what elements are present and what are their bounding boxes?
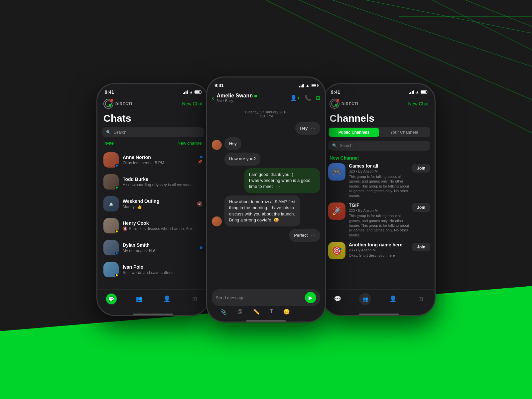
nav-groups-left[interactable]: 👥 — [133, 293, 145, 305]
home-indicator-left — [133, 314, 173, 315]
channel-item-long[interactable]: 🎯 Another long name here 23 • By Anson M… — [328, 242, 430, 259]
chat-item-ivan[interactable]: Ivan Polo Split words and save critters — [97, 259, 208, 281]
channel-info-games: Games for all 323 • By Anson M This grou… — [349, 163, 409, 198]
status-dot-anne — [115, 164, 118, 167]
app-title-left: DIRECTI — [115, 102, 132, 106]
send-button[interactable]: ▶ — [305, 292, 316, 303]
channel-info-tgif: TGIF 223 • By Anson M This group is for … — [349, 202, 409, 237]
msg-hey-in: Hey — [212, 137, 320, 150]
bottom-nav-right: 💬 👥 👤 ⊞ — [324, 289, 435, 312]
new-channel-label[interactable]: New Channel — [324, 154, 435, 163]
channel-desc-long: Okay. Short description here — [349, 253, 409, 258]
text-icon[interactable]: T — [270, 309, 273, 315]
svg-line-1 — [332, 0, 532, 66]
channel-name-games: Games for all — [349, 163, 409, 169]
search-bar-left[interactable]: 🔍 Search — [102, 127, 204, 137]
channel-avatar-games: 🎮 — [328, 163, 345, 181]
new-chat-button-right[interactable]: New Chat — [408, 101, 429, 106]
channel-item-tgif[interactable]: 🚀 TGIF 223 • By Anson M This group is fo… — [328, 202, 430, 237]
chats-title: Chats — [97, 111, 208, 127]
search-icon-right: 🔍 — [332, 143, 337, 148]
tick-iamgood: ✓✓ — [275, 185, 281, 189]
time-left: 9:41 — [105, 89, 114, 95]
search-bar-right[interactable]: 🔍 Search — [328, 141, 430, 151]
join-button-games[interactable]: Join — [412, 164, 430, 173]
signal-right — [409, 90, 414, 94]
nav-groups-right[interactable]: 👥 — [359, 293, 371, 305]
app-bar-right: DIRECTI New Chat — [324, 97, 435, 111]
grid-icon[interactable]: ⊞ — [316, 95, 320, 101]
channels-title: Channels — [324, 111, 435, 127]
chat-preview-todd: A snowboarding odyssey is all we want. — [123, 183, 202, 187]
chat-list: Anne Norton Okay lets meet at 5 PM 📌 — [97, 149, 208, 289]
input-bar[interactable]: Send message ▶ — [212, 289, 320, 306]
chat-item-todd[interactable]: Todd Burke A snowboarding odyssey is all… — [97, 171, 208, 193]
nav-grid-right[interactable]: ⊞ — [415, 293, 427, 305]
chat-preview-anne: Okay lets meet at 5 PM — [123, 161, 194, 165]
contact-name: Amelie Swann — [217, 93, 288, 99]
list-actions: Invite New channel — [97, 141, 208, 149]
emoji-icon[interactable]: 😊 — [283, 309, 290, 315]
back-button[interactable]: ‹ — [212, 94, 214, 102]
battery-right — [421, 90, 427, 94]
input-placeholder: Send message — [216, 295, 302, 300]
msg-bubble-howareyou: How are you? — [224, 153, 260, 165]
chat-item-anne[interactable]: Anne Norton Okay lets meet at 5 PM 📌 — [97, 149, 208, 171]
msg-perfect: Perfect ✓✓ — [212, 229, 320, 242]
tab-yours[interactable]: Your Channels — [379, 128, 429, 137]
channels-tabs: Public Channels Your Channels — [328, 127, 430, 137]
app-title-right: DIRECTI — [341, 102, 358, 106]
input-area: Send message ▶ 📎 @ ✏️ T 😊 — [207, 287, 325, 318]
new-chat-button-left[interactable]: New Chat — [182, 101, 202, 106]
wifi-icon-center: ▲ — [306, 83, 310, 88]
status-dot-ivan — [115, 274, 118, 277]
channel-name-long: Another long name here — [349, 242, 409, 247]
wifi-icon-right: ▲ — [415, 90, 419, 94]
signal-left — [183, 90, 188, 94]
wifi-icon-left: ▲ — [189, 90, 193, 94]
nav-contacts-left[interactable]: 👤 — [161, 293, 173, 305]
chat-item-henry[interactable]: Henry Cook 🔇 Sure, lets discuss when I a… — [97, 215, 208, 237]
battery-left — [195, 90, 201, 94]
avatar-ivan — [103, 262, 119, 277]
channel-list: 🎮 Games for all 323 • By Anson M This gr… — [324, 163, 435, 289]
chat-item-weekend[interactable]: 🏔️ Weekend Outing Mandy: 👍 🔇 — [97, 193, 208, 215]
nav-chats-left[interactable]: 💬 — [105, 293, 117, 305]
phones-container: 9:41 ▲ DIREC — [96, 76, 436, 323]
add-user-icon[interactable]: 👤+ — [290, 95, 300, 101]
call-icon[interactable]: 📞 — [305, 95, 311, 101]
tab-public[interactable]: Public Channels — [329, 128, 379, 137]
channel-item-games[interactable]: 🎮 Games for all 323 • By Anson M This gr… — [328, 163, 430, 198]
edit-icon[interactable]: ✏️ — [253, 309, 260, 315]
notch-left — [131, 84, 175, 93]
nav-chats-right[interactable]: 💬 — [332, 293, 343, 305]
chat-info-weekend: Weekend Outing Mandy: 👍 — [123, 199, 193, 209]
nav-grid-left[interactable]: ⊞ — [189, 293, 200, 305]
attach-icon[interactable]: 📎 — [220, 309, 227, 315]
channel-meta-long: 23 • By Anson M — [349, 248, 409, 252]
mention-icon[interactable]: @ — [237, 309, 242, 315]
nav-contacts-right[interactable]: 👤 — [387, 293, 399, 305]
invite-button[interactable]: Invite — [103, 141, 114, 146]
status-dot-henry — [115, 230, 118, 233]
chat-info-ivan: Ivan Polo Split words and save critters — [123, 264, 202, 275]
signal-center — [299, 84, 304, 87]
date-divider: Tuesday, 27 January 2016 1:20 PM — [212, 110, 320, 118]
pin-icon-anne: 📌 — [198, 160, 202, 164]
chat-preview-dylan: My no means! Ha! — [123, 248, 196, 253]
notch-right — [357, 84, 401, 93]
join-button-long[interactable]: Join — [412, 243, 430, 251]
chat-item-dylan[interactable]: Dylan Smith My no means! Ha! — [97, 237, 208, 259]
avatar-dylan — [103, 240, 119, 255]
messages-area: Tuesday, 27 January 2016 1:20 PM Hey ✓✓ … — [207, 105, 325, 287]
join-button-tgif[interactable]: Join — [412, 203, 430, 212]
phone-center: 9:41 ▲ ‹ Amelie Swann — [206, 76, 326, 323]
msg-bubble-hey-in: Hey — [224, 137, 241, 150]
phone-left: 9:41 ▲ DIREC — [96, 83, 209, 316]
status-icons-left: ▲ — [183, 90, 201, 94]
avatar-anne — [103, 152, 119, 168]
new-channel-button-left[interactable]: New channel — [178, 141, 202, 146]
chat-name-ivan: Ivan Polo — [123, 264, 202, 270]
chat-preview-weekend: Mandy: 👍 — [123, 204, 193, 209]
phone-right: 9:41 ▲ DIREC — [323, 83, 436, 316]
